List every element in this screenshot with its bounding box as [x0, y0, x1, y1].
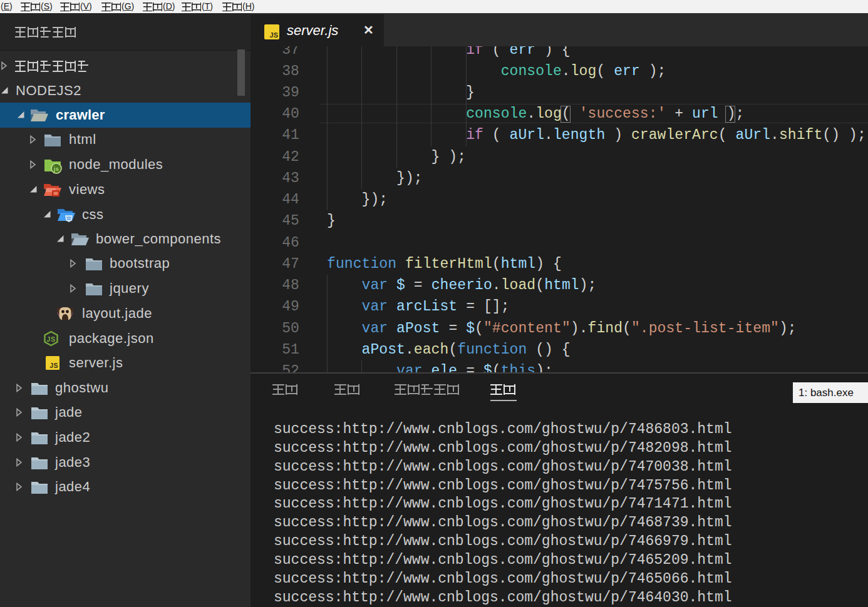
svg-text:JS: JS [270, 31, 278, 39]
svg-text:js: js [53, 166, 59, 172]
svg-text:JS: JS [46, 335, 55, 343]
svg-text:JS: JS [49, 362, 58, 369]
